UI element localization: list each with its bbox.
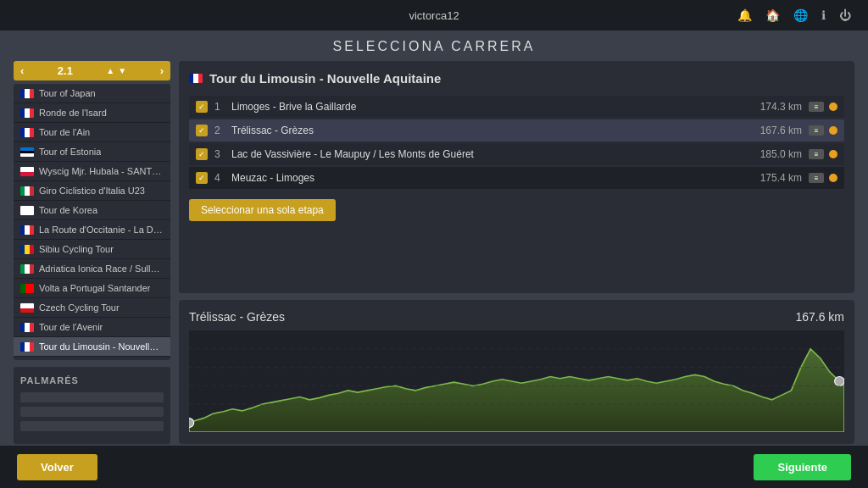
elevation-chart bbox=[189, 330, 844, 432]
globe-icon[interactable]: 🌐 bbox=[793, 8, 808, 22]
stage-distance: 175.4 km bbox=[751, 172, 802, 184]
sidebar-item[interactable]: Adriatica Ionica Race / Sulle Ro... bbox=[14, 259, 170, 279]
sidebar-category: 2.1 bbox=[58, 64, 73, 77]
sidebar-item-label: Giro Ciclistico d'Italia U23 bbox=[39, 186, 145, 196]
sidebar-item-label: Czech Cycling Tour bbox=[39, 302, 120, 313]
sidebar-header-chevron-right[interactable]: › bbox=[160, 64, 164, 77]
sidebar-item[interactable]: Tour de Korea bbox=[14, 201, 170, 220]
sidebar-item-label: Ronde de l'Isard bbox=[39, 108, 107, 118]
sidebar-header[interactable]: ‹ 2.1 ▲ ▼ › bbox=[14, 61, 170, 80]
palmares-line-3 bbox=[20, 421, 164, 431]
flag-it-icon bbox=[20, 264, 34, 274]
sidebar-item-label: Adriatica Ionica Race / Sulle Ro... bbox=[39, 263, 164, 274]
stage-dot bbox=[829, 150, 837, 158]
sidebar-item-label: Tour du Limousin - Nouvelle Aq... bbox=[39, 341, 164, 352]
top-bar: victorca12 🔔 🏠 🌐 ℹ ⏻ bbox=[0, 0, 868, 30]
sidebar-sort-down-icon[interactable]: ▼ bbox=[118, 66, 126, 75]
flag-fr-icon bbox=[20, 89, 34, 98]
sidebar-item[interactable]: Tour of Japan bbox=[14, 84, 170, 103]
stage-name: Limoges - Brive la Gaillarde bbox=[231, 101, 751, 113]
svg-point-2 bbox=[835, 377, 844, 386]
info-icon[interactable]: ℹ bbox=[821, 8, 826, 22]
flag-it-icon bbox=[20, 186, 34, 196]
stage-checkbox[interactable]: ✓ bbox=[196, 101, 208, 113]
profile-panel: Trélissac - Grèzes 167.6 km bbox=[179, 300, 854, 444]
flag-pl-icon bbox=[20, 167, 34, 176]
stage-name: Lac de Vassivière - Le Maupuy / Les Mont… bbox=[231, 148, 751, 160]
sidebar-item[interactable]: Tour of Estonia bbox=[14, 142, 170, 162]
stage-type-icon: ≡ bbox=[809, 125, 824, 136]
sidebar-sort-up-icon[interactable]: ▲ bbox=[106, 66, 114, 75]
stage-distance: 185.0 km bbox=[751, 148, 802, 160]
sidebar-item[interactable]: Sibiu Cycling Tour bbox=[14, 240, 170, 259]
sidebar-item-label: Tour de l'Ain bbox=[39, 127, 90, 137]
sidebar-item[interactable]: Volta a Portugal Santander bbox=[14, 279, 170, 298]
sidebar-item[interactable]: Tour de l'Avenir bbox=[14, 318, 170, 337]
palmares-line-1 bbox=[20, 392, 164, 402]
username: victorca12 bbox=[409, 9, 459, 22]
flag-kr-icon bbox=[20, 206, 34, 215]
power-icon[interactable]: ⏻ bbox=[839, 8, 851, 22]
stage-list: ✓ 1 Limoges - Brive la Gaillarde 174.3 k… bbox=[189, 96, 844, 189]
stage-checkbox[interactable]: ✓ bbox=[196, 148, 208, 160]
stage-row[interactable]: ✓ 4 Meuzac - Limoges 175.4 km ≡ bbox=[189, 167, 844, 189]
flag-fr-icon bbox=[20, 128, 34, 137]
sidebar-item-label: Volta a Portugal Santander bbox=[39, 283, 150, 293]
sidebar: ‹ 2.1 ▲ ▼ › Tour of JapanRonde de l'Isar… bbox=[14, 61, 170, 444]
stage-row[interactable]: ✓ 3 Lac de Vassivière - Le Maupuy / Les … bbox=[189, 143, 844, 165]
stage-number: 2 bbox=[214, 125, 231, 136]
sidebar-list[interactable]: Tour of JapanRonde de l'IsardTour de l'A… bbox=[14, 84, 170, 360]
flag-ee-icon bbox=[20, 147, 34, 157]
user-info: victorca12 bbox=[409, 9, 459, 22]
sidebar-item[interactable]: Wyscig Mjr. Hubala - SANTE T... bbox=[14, 162, 170, 181]
sidebar-item-label: Tour de Korea bbox=[39, 205, 97, 215]
flag-cz-icon bbox=[20, 303, 34, 313]
palmares-title: PALMARÉS bbox=[20, 375, 164, 385]
flag-pt-icon bbox=[20, 284, 34, 293]
home-icon[interactable]: 🏠 bbox=[765, 8, 780, 22]
stage-dot bbox=[829, 103, 837, 111]
palmares-section: PALMARÉS bbox=[14, 367, 170, 444]
stage-name: Trélissac - Grèzes bbox=[231, 125, 751, 136]
stage-checkbox[interactable]: ✓ bbox=[196, 125, 208, 136]
stage-number: 4 bbox=[214, 172, 231, 184]
flag-fr-icon bbox=[20, 342, 34, 352]
stage-checkbox[interactable]: ✓ bbox=[196, 172, 208, 184]
profile-distance: 167.6 km bbox=[795, 310, 844, 324]
next-button[interactable]: Siguiente bbox=[754, 454, 851, 480]
sidebar-header-chevron-left[interactable]: ‹ bbox=[20, 64, 24, 77]
main-content: ‹ 2.1 ▲ ▼ › Tour of JapanRonde de l'Isar… bbox=[0, 61, 868, 444]
sidebar-item[interactable]: Tour de l'Ain bbox=[14, 123, 170, 142]
sidebar-item-label: Tour de l'Avenir bbox=[39, 322, 103, 332]
sidebar-item-label: Tour of Estonia bbox=[39, 147, 101, 157]
sidebar-item-label: La Route d'Occitanie - La Dép... bbox=[39, 225, 164, 235]
stage-dot bbox=[829, 126, 837, 135]
sidebar-item[interactable]: Czech Cycling Tour bbox=[14, 298, 170, 318]
profile-stage-name: Trélissac - Grèzes bbox=[189, 310, 285, 324]
back-button[interactable]: Volver bbox=[17, 454, 97, 480]
flag-fr-icon bbox=[20, 323, 34, 332]
top-icons: 🔔 🏠 🌐 ℹ ⏻ bbox=[737, 8, 851, 22]
bell-icon[interactable]: 🔔 bbox=[737, 8, 752, 22]
race-panel: Tour du Limousin - Nouvelle Aquitaine ✓ … bbox=[179, 61, 854, 293]
stage-type-icon: ≡ bbox=[809, 173, 824, 183]
right-panel: Tour du Limousin - Nouvelle Aquitaine ✓ … bbox=[179, 61, 854, 444]
select-stage-button[interactable]: Seleccionar una sola etapa bbox=[189, 199, 336, 221]
flag-fr-icon bbox=[20, 225, 34, 235]
sidebar-item[interactable]: Giro Ciclistico d'Italia U23 bbox=[14, 181, 170, 201]
stage-distance: 167.6 km bbox=[751, 125, 802, 136]
sidebar-item[interactable]: Ronde de l'Isard bbox=[14, 103, 170, 123]
sidebar-item[interactable]: La Route d'Occitanie - La Dép... bbox=[14, 220, 170, 240]
profile-header: Trélissac - Grèzes 167.6 km bbox=[189, 310, 844, 324]
flag-fr-icon bbox=[20, 108, 34, 118]
stage-name: Meuzac - Limoges bbox=[231, 172, 751, 184]
stage-type-icon: ≡ bbox=[809, 149, 824, 159]
stage-row[interactable]: ✓ 2 Trélissac - Grèzes 167.6 km ≡ bbox=[189, 119, 844, 141]
sidebar-item-label: Sibiu Cycling Tour bbox=[39, 244, 114, 254]
stage-distance: 174.3 km bbox=[751, 101, 802, 113]
sidebar-item-label: Wyscig Mjr. Hubala - SANTE T... bbox=[39, 166, 164, 176]
flag-ro-icon bbox=[20, 245, 34, 254]
race-flag bbox=[189, 74, 203, 83]
stage-row[interactable]: ✓ 1 Limoges - Brive la Gaillarde 174.3 k… bbox=[189, 96, 844, 118]
sidebar-item[interactable]: Tour du Limousin - Nouvelle Aq... bbox=[14, 337, 170, 357]
